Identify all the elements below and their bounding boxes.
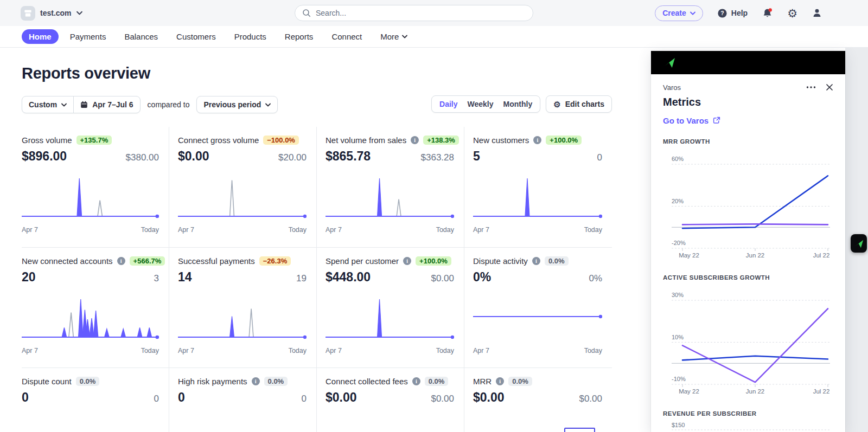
info-icon[interactable]: i	[117, 257, 125, 265]
metric-card[interactable]: Gross volume+135.7%$896.00$380.00Apr 7To…	[22, 127, 169, 247]
metric-card[interactable]: Dispute count0.0%00	[22, 367, 169, 432]
svg-text:20%: 20%	[672, 198, 684, 204]
sparkline-axis: Apr 7Today	[326, 347, 454, 354]
nav-item-connect[interactable]: Connect	[324, 29, 369, 44]
topbar-actions: Create ? Help ⚙	[655, 0, 822, 26]
sparkline-axis: Apr 7Today	[473, 226, 602, 234]
sparkline-svg	[178, 173, 307, 225]
nav-item-label: Products	[234, 32, 266, 41]
metric-label: Net volume from sales	[326, 136, 406, 145]
granularity-toggle: DailyWeeklyMonthly	[431, 95, 540, 113]
previous-value: $20.00	[278, 150, 307, 165]
sparkline-svg	[473, 173, 602, 225]
previous-value: $0.00	[579, 391, 602, 407]
gear-icon: ⚙	[553, 100, 560, 108]
change-badge: 0.0%	[545, 256, 569, 266]
nav-item-label: More	[380, 32, 399, 41]
date-range-control: Custom Apr 7–Jul 6	[22, 96, 141, 113]
info-icon[interactable]: i	[403, 257, 411, 265]
nav-item-payments[interactable]: Payments	[63, 29, 113, 44]
nav-item-balances[interactable]: Balances	[117, 29, 165, 44]
metric-card[interactable]: Spend per customeri+100.0%$448.00$0.00Ap…	[317, 247, 464, 367]
nav-item-more[interactable]: More	[373, 29, 414, 44]
metric-label: Dispute count	[22, 377, 72, 386]
close-panel-button[interactable]	[826, 83, 833, 91]
info-icon[interactable]: i	[496, 377, 504, 385]
previous-value: $380.00	[126, 150, 159, 165]
current-value: 0	[178, 390, 185, 405]
info-icon[interactable]: i	[533, 136, 541, 144]
metric-card[interactable]: New connected accountsi+566.7%203Apr 7To…	[22, 247, 169, 367]
calendar-icon	[80, 101, 88, 108]
chevron-down-icon	[76, 11, 82, 15]
change-badge: −26.3%	[259, 256, 291, 266]
edit-charts-button[interactable]: ⚙ Edit charts	[546, 95, 612, 113]
metric-card-header: Spend per customeri+100.0%	[326, 255, 454, 266]
more-options-button[interactable]	[806, 86, 816, 89]
info-icon[interactable]: i	[412, 377, 420, 385]
nav-item-home[interactable]: Home	[22, 29, 59, 44]
sparkline-chart	[473, 294, 602, 346]
info-icon[interactable]: i	[532, 257, 540, 265]
metric-label: Connect gross volume	[178, 136, 259, 145]
svg-text:-20%: -20%	[672, 240, 686, 246]
topbar: test.com Search... Create ? Help ⚙	[0, 0, 868, 26]
previous-value: 19	[296, 271, 307, 286]
account-switcher[interactable]: test.com	[21, 0, 82, 26]
metric-card[interactable]: Dispute activityi0.0%0%0%Apr 7Today	[464, 247, 612, 367]
comparison-dropdown[interactable]: Previous period	[196, 96, 278, 113]
change-badge: +100.0%	[416, 256, 451, 266]
metric-card[interactable]: High risk paymentsi0.0%00	[169, 367, 317, 432]
profile-button[interactable]	[812, 8, 822, 18]
granularity-weekly[interactable]: Weekly	[463, 100, 499, 108]
nav-item-reports[interactable]: Reports	[278, 29, 321, 44]
page-title: Reports overview	[22, 64, 612, 82]
metric-card-header: New customersi+100.0%	[473, 134, 602, 145]
sparkline-svg	[326, 173, 454, 225]
create-button[interactable]: Create	[655, 5, 703, 21]
chevron-down-icon	[690, 11, 695, 15]
metric-card-header: Dispute count0.0%	[22, 376, 159, 386]
nav-item-products[interactable]: Products	[227, 29, 273, 44]
settings-button[interactable]: ⚙	[787, 8, 797, 19]
axis-end-label: Today	[141, 226, 159, 234]
notifications-button[interactable]	[762, 8, 773, 19]
metric-card[interactable]: Connect gross volume−100.0%$0.00$20.00Ap…	[169, 127, 317, 247]
previous-value: $0.00	[431, 391, 454, 407]
help-button[interactable]: ? Help	[717, 8, 748, 18]
current-value: $0.00	[473, 390, 505, 405]
close-icon	[826, 83, 833, 91]
metric-values: $0.00$0.00	[326, 390, 454, 407]
go-to-varos-label: Go to Varos	[663, 116, 709, 125]
metric-card[interactable]: MRRi0.0%$0.00$0.00	[464, 367, 612, 432]
info-icon[interactable]: i	[411, 136, 419, 144]
nav-item-customers[interactable]: Customers	[169, 29, 223, 44]
date-range-button[interactable]: Apr 7–Jul 6	[73, 96, 139, 113]
sparkline-chart	[178, 173, 307, 225]
metric-card-header: High risk paymentsi0.0%	[178, 376, 307, 386]
axis-end-label: Today	[584, 226, 602, 234]
metric-label: New customers	[473, 136, 529, 145]
sparkline-svg	[178, 294, 307, 346]
metric-card[interactable]: New customersi+100.0%50Apr 7Today	[464, 127, 612, 247]
granularity-daily[interactable]: Daily	[435, 100, 462, 108]
metric-card[interactable]: Connect collected feesi0.0%$0.00$0.00	[317, 367, 464, 432]
sparkline-chart	[22, 173, 159, 225]
metric-card[interactable]: Net volume from salesi+138.3%$865.78$363…	[317, 127, 464, 247]
change-badge: 0.0%	[425, 377, 449, 386]
info-icon[interactable]: i	[252, 377, 260, 385]
metric-card[interactable]: Successful payments−26.3%1419Apr 7Today	[169, 247, 317, 367]
metric-values: 0%0%	[473, 269, 602, 286]
metric-card-header: Net volume from salesi+138.3%	[326, 134, 454, 145]
comparison-label: Previous period	[203, 100, 261, 109]
chevron-down-icon	[265, 103, 271, 107]
range-type-dropdown[interactable]: Custom	[22, 96, 73, 113]
go-to-varos-link[interactable]: Go to Varos	[663, 115, 833, 125]
search-input[interactable]: Search...	[295, 5, 533, 21]
varos-fab-button[interactable]	[851, 234, 867, 253]
metric-card-header: Successful payments−26.3%	[178, 255, 307, 266]
current-value: $0.00	[326, 390, 357, 405]
granularity-monthly[interactable]: Monthly	[499, 100, 538, 108]
change-badge: +138.3%	[423, 136, 459, 145]
sparkline-chart	[326, 173, 454, 225]
